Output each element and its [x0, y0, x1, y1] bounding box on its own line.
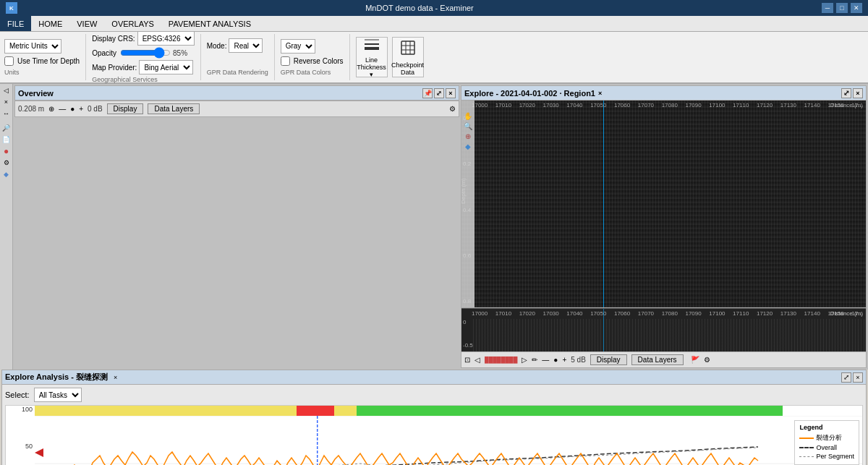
- width-scan-pattern: [473, 319, 866, 351]
- chart-legend: Legend 裂缝分析 Overall Per Segment: [794, 420, 859, 465]
- detection-chart-svg: [35, 416, 863, 465]
- overview-expand-btn[interactable]: ⤢: [434, 88, 444, 98]
- gpr-tool-4[interactable]: ◆: [465, 142, 471, 150]
- menu-view[interactable]: VIEW: [69, 16, 104, 31]
- line-thickness-label: Line Thickness ▾: [357, 56, 387, 78]
- explore-flag-icon[interactable]: 🚩: [691, 356, 699, 364]
- explore-pencil-icon[interactable]: ✏: [532, 356, 537, 364]
- minus-icon-right: +: [79, 105, 83, 113]
- explore-db-display: 5 dB: [571, 356, 586, 364]
- y-tick-50: 50: [25, 443, 33, 450]
- nav-icon-7[interactable]: ⚙: [1, 158, 12, 168]
- display-crs-select[interactable]: EPSG:4326: [137, 31, 195, 46]
- explore-nav-right[interactable]: ▷: [522, 356, 527, 364]
- overview-bottom-bar: 0.208 m ⊕ — ● + 0 dB Display Data Layers…: [15, 101, 459, 116]
- legend-label-2: Overall: [816, 444, 837, 451]
- gpr-tool-3[interactable]: ⊕: [465, 132, 471, 140]
- explore-expand-btn[interactable]: ⤢: [841, 88, 851, 98]
- explore-data-layers-btn[interactable]: Data Layers: [631, 354, 684, 365]
- map-provider-label: Map Provider:: [92, 64, 137, 72]
- nav-icon-5[interactable]: 📄: [1, 135, 12, 145]
- mode-select[interactable]: Real: [229, 38, 263, 53]
- overview-title: Overview: [18, 89, 54, 98]
- explore-display-btn[interactable]: Display: [590, 354, 627, 365]
- line-thickness-icon: [363, 37, 380, 55]
- explore-tab-close[interactable]: ×: [598, 90, 602, 97]
- close-button[interactable]: ✕: [851, 3, 862, 13]
- overview-container: Overview 📌 ⤢ ×: [14, 85, 459, 368]
- nav-icon-1[interactable]: ◁: [1, 85, 12, 95]
- svg-marker-27: [35, 448, 43, 457]
- app-icon: K: [6, 2, 17, 14]
- analysis-tab-close[interactable]: ×: [114, 374, 117, 381]
- nav-icon-3[interactable]: ↔: [1, 108, 12, 119]
- overview-settings-icon[interactable]: ⚙: [449, 105, 456, 113]
- overview-header-buttons: 📌 ⤢ ×: [422, 88, 456, 98]
- band-yellow-1: [35, 406, 297, 416]
- distance-label-bottom: Distance (m): [830, 310, 863, 317]
- minimize-button[interactable]: ─: [822, 3, 833, 13]
- overview-close-btn[interactable]: ×: [446, 88, 456, 98]
- gpr-tool-1[interactable]: ✋: [464, 112, 472, 120]
- nav-icon-2[interactable]: ×: [1, 97, 12, 107]
- nav-icon-6[interactable]: ●: [1, 146, 12, 156]
- nav-icon-4[interactable]: 🔎: [1, 123, 12, 133]
- gpr-visualization-top: 1700017010170201703017040170501706017070…: [461, 101, 866, 308]
- legend-label-3: Per Segment: [816, 453, 854, 460]
- legend-item-3: Per Segment: [799, 453, 854, 460]
- explore-expand-icon[interactable]: ⊡: [464, 356, 470, 364]
- gpr-tool-2[interactable]: 🔍: [464, 122, 472, 130]
- color-scheme-select[interactable]: Gray: [281, 39, 315, 54]
- units-select[interactable]: Metric Units: [4, 39, 61, 54]
- explore-settings-icon[interactable]: ⚙: [704, 356, 710, 364]
- explore-header-buttons: ⤢ ×: [841, 88, 863, 98]
- restore-button[interactable]: □: [836, 3, 848, 13]
- analysis-expand-btn[interactable]: ⤢: [841, 372, 851, 383]
- units-group: Metric Units Use Time for Depth Units: [4, 34, 86, 80]
- overview-display-btn[interactable]: Display: [107, 103, 144, 114]
- display-crs-label: Display CRS:: [92, 35, 135, 43]
- explore-tab: Explore - 2021-04-01-002 · Region1 ×: [464, 89, 602, 98]
- checkpoint-data-button[interactable]: Checkpoint Data: [392, 37, 424, 77]
- minus-icon-left: —: [59, 105, 66, 113]
- position-display: 0.208 m: [18, 105, 44, 113]
- menu-overlays[interactable]: OVERLAYS: [104, 16, 161, 31]
- window-title: MnDOT demo data - Examiner: [17, 4, 822, 12]
- menu-home[interactable]: HOME: [31, 16, 69, 31]
- toolbar: Metric Units Use Time for Depth Units Di…: [0, 32, 868, 84]
- analysis-top-row: Select: All Tasks: [5, 388, 863, 402]
- band-yellow-2: [334, 406, 357, 416]
- gpr-colors-group: Gray Reverse Colors GPR Data Colors: [281, 34, 350, 80]
- opacity-label: Opacity: [92, 49, 116, 57]
- use-time-checkbox[interactable]: [4, 56, 14, 66]
- opacity-slider[interactable]: [120, 48, 171, 58]
- tasks-select[interactable]: All Tasks: [34, 388, 82, 402]
- explore-header: Explore - 2021-04-01-002 · Region1 × ⤢ ×: [461, 86, 866, 101]
- mode-label: Mode:: [207, 42, 227, 50]
- nav-icon-8[interactable]: ◆: [1, 169, 12, 179]
- slider-indicator: ●: [70, 105, 75, 113]
- explore-slider-dot: ●: [553, 356, 558, 364]
- explore-nav-segment: ████████: [485, 357, 517, 363]
- checkpoint-icon: [399, 39, 417, 60]
- window-controls: ─ □ ✕: [822, 3, 862, 13]
- left-sidebar: ◁ × ↔ 🔎 📄 ● ⚙ ◆: [0, 84, 13, 370]
- overview-data-layers-btn[interactable]: Data Layers: [148, 103, 200, 114]
- reverse-colors-checkbox[interactable]: [281, 56, 290, 66]
- explore-container: Explore - 2021-04-01-002 · Region1 × ⤢ ×…: [461, 85, 867, 368]
- line-thickness-button[interactable]: Line Thickness ▾: [356, 37, 388, 77]
- reverse-colors-label: Reverse Colors: [294, 57, 344, 65]
- explore-nav-left[interactable]: ◁: [475, 356, 480, 364]
- analysis-close-btn[interactable]: ×: [853, 372, 863, 383]
- chart-bands: [35, 406, 783, 416]
- analysis-tab: Explore Analysis - 裂缝探测 ×: [5, 372, 117, 383]
- legend-line-segment: [799, 456, 814, 457]
- explore-close-btn[interactable]: ×: [853, 88, 863, 98]
- map-provider-select[interactable]: Bing Aerial: [139, 60, 193, 74]
- menu-pavement-analysis[interactable]: PAVEMENT ANALYSIS: [161, 16, 258, 31]
- checkpoint-data-label: Checkpoint Data: [391, 61, 424, 76]
- legend-label-1: 裂缝分析: [816, 433, 842, 443]
- menu-file[interactable]: FILE: [0, 16, 31, 31]
- select-label: Select:: [5, 391, 30, 399]
- overview-pin-btn[interactable]: 📌: [422, 88, 433, 98]
